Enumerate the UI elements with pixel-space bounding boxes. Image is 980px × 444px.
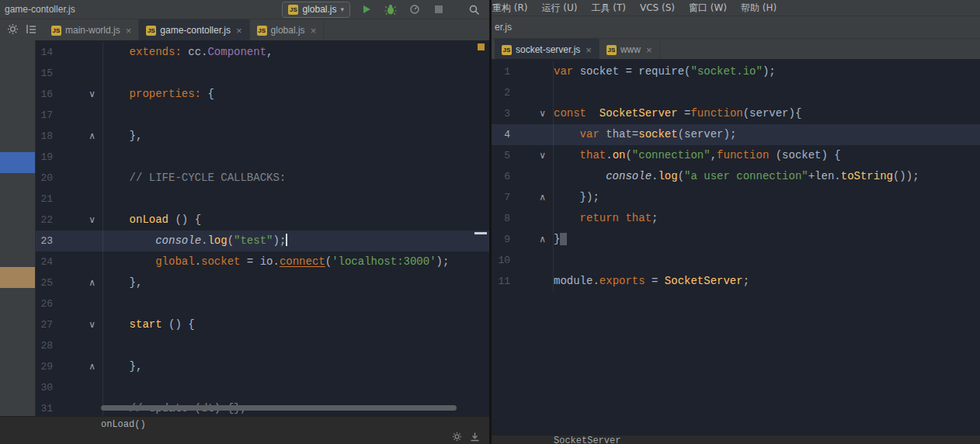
right-editor[interactable]: 1var socket = require("socket.io");23∨co… — [492, 59, 980, 435]
tab-www[interactable]: JSwww× — [599, 39, 660, 61]
gear-icon — [452, 432, 462, 442]
menu-item[interactable]: 运行 (U) — [535, 2, 585, 15]
error-stripe-marker[interactable] — [478, 43, 485, 50]
code-token: const — [554, 107, 586, 120]
search-icon — [468, 4, 480, 16]
menu-item[interactable]: 窗口 (W) — [682, 2, 734, 15]
code-token: ( — [228, 234, 234, 247]
fold-marker-icon[interactable]: ∧ — [53, 272, 103, 293]
dock-button[interactable] — [470, 431, 480, 444]
code-line-26[interactable]: 26 — [35, 293, 489, 314]
tab-global.js[interactable]: JSglobal.js× — [250, 19, 325, 41]
code-line-8[interactable]: 8 return that; — [492, 208, 980, 229]
tab-settings-button[interactable] — [7, 23, 19, 38]
profile-button[interactable] — [407, 2, 422, 16]
fold-marker-icon[interactable]: ∧ — [510, 187, 554, 208]
close-tab-icon[interactable]: × — [311, 25, 317, 36]
close-tab-icon[interactable]: × — [586, 44, 592, 56]
debug-button[interactable] — [383, 2, 398, 16]
js-file-icon: JS — [288, 5, 298, 15]
code-line-2[interactable]: 2 — [492, 82, 980, 103]
code-line-11[interactable]: 11module.exports = SocketServer; — [492, 271, 980, 292]
left-editor-tabbar: JSmain-world.js×JSgame-contoller.js×JSgl… — [0, 19, 489, 42]
code-line-15[interactable]: 15 — [35, 63, 489, 84]
code-token — [554, 128, 580, 140]
close-tab-icon[interactable]: × — [646, 44, 652, 56]
code-token: socket — [201, 255, 240, 268]
code-line-9[interactable]: 9∧} — [492, 229, 980, 250]
code-line-22[interactable]: 22∨ onLoad () { — [35, 210, 489, 231]
code-token: ( — [678, 128, 684, 140]
fold-marker-icon[interactable]: ∨ — [53, 210, 103, 231]
project-panel-sliver[interactable] — [0, 40, 36, 416]
menu-item[interactable]: 帮助 (H) — [734, 2, 784, 15]
code-token — [103, 276, 130, 289]
hide-tabs-button[interactable] — [26, 23, 37, 38]
code-token: log — [207, 234, 227, 247]
left-titlebar: game-contoller.js JS global.js ▾ — [0, 0, 489, 19]
menu-item[interactable]: 重构 (R) — [492, 2, 535, 15]
fold-marker-icon[interactable]: ∧ — [53, 126, 103, 147]
code-line-10[interactable]: 10 — [492, 250, 980, 271]
code-text: console.log("test"); — [103, 231, 287, 251]
code-line-19[interactable]: 19 — [35, 147, 489, 168]
code-token: SocketServer — [599, 107, 678, 120]
code-line-21[interactable]: 21 — [35, 189, 489, 210]
stop-button[interactable] — [431, 2, 447, 16]
fold-marker-icon[interactable]: ∧ — [510, 229, 554, 250]
code-line-24[interactable]: 24 global.socket = io.connect('localhost… — [35, 251, 489, 272]
fold-gutter — [53, 147, 103, 168]
search-everywhere-button[interactable] — [466, 2, 481, 16]
status-breadcrumb: SocketServer — [554, 435, 620, 444]
code-line-7[interactable]: 7∧ }); — [492, 187, 980, 208]
code-token — [560, 233, 566, 245]
code-text: var that=socket(server); — [554, 124, 736, 145]
close-tab-icon[interactable]: × — [236, 25, 242, 36]
code-line-17[interactable]: 17 — [35, 105, 489, 126]
code-line-14[interactable]: 14 extends: cc.Component, — [35, 42, 489, 63]
code-line-18[interactable]: 18∧ }, — [35, 126, 489, 147]
code-token — [599, 128, 606, 140]
code-line-3[interactable]: 3∨const SocketServer =function(server){ — [492, 103, 980, 124]
tab-socket-server.js[interactable]: JSsocket-server.js× — [495, 39, 599, 61]
code-line-28[interactable]: 28 — [35, 335, 489, 356]
menu-item[interactable]: 工具 (T) — [584, 2, 633, 15]
code-token: server — [749, 107, 788, 120]
fold-gutter — [510, 271, 554, 292]
fold-marker-icon[interactable]: ∧ — [53, 356, 103, 377]
breadcrumb[interactable]: onLoad() — [0, 416, 489, 432]
code-line-16[interactable]: 16∨ properties: { — [35, 84, 489, 105]
run-configuration-select[interactable]: JS global.js ▾ — [282, 2, 350, 18]
tab-game-contoller.js[interactable]: JSgame-contoller.js× — [139, 19, 249, 41]
fold-gutter — [510, 124, 554, 145]
js-file-icon: JS — [51, 26, 61, 36]
code-line-27[interactable]: 27∨ start () { — [35, 314, 489, 335]
horizontal-scrollbar[interactable] — [101, 405, 457, 411]
line-number: 15 — [35, 63, 53, 84]
run-button[interactable] — [359, 2, 374, 16]
fold-marker-icon[interactable]: ∨ — [510, 145, 554, 166]
code-line-20[interactable]: 20 // LIFE-CYCLE CALLBACKS: — [35, 168, 489, 189]
code-line-5[interactable]: 5∨ that.on("connection",function (socket… — [492, 145, 980, 166]
caret-stripe-marker[interactable] — [474, 232, 487, 234]
code-line-1[interactable]: 1var socket = require("socket.io"); — [492, 61, 980, 82]
code-line-4[interactable]: 4 var that=socket(server); — [492, 124, 980, 145]
line-number: 20 — [35, 168, 53, 189]
close-tab-icon[interactable]: × — [126, 25, 132, 36]
code-line-30[interactable]: 30 — [35, 377, 489, 398]
fold-marker-icon[interactable]: ∨ — [510, 103, 554, 124]
fold-marker-icon[interactable]: ∨ — [53, 84, 103, 105]
code-line-29[interactable]: 29∧ }, — [35, 356, 489, 377]
code-token: properties: — [130, 88, 201, 100]
menu-item[interactable]: VCS (S) — [633, 2, 682, 13]
code-token: = — [645, 275, 665, 287]
code-line-25[interactable]: 25∧ }, — [35, 272, 489, 293]
fold-gutter — [53, 63, 103, 84]
tab-main-world.js[interactable]: JSmain-world.js× — [44, 19, 139, 41]
code-line-23[interactable]: 23 console.log("test"); — [35, 231, 489, 251]
code-line-6[interactable]: 6 console.log("a user connection"+len.to… — [492, 166, 980, 187]
fold-marker-icon[interactable]: ∨ — [53, 314, 103, 335]
right-tabs: JSsocket-server.js×JSwww× — [495, 39, 660, 61]
left-editor[interactable]: 14 extends: cc.Component,1516∨ propertie… — [0, 40, 489, 416]
editor-settings-button[interactable] — [452, 431, 462, 444]
